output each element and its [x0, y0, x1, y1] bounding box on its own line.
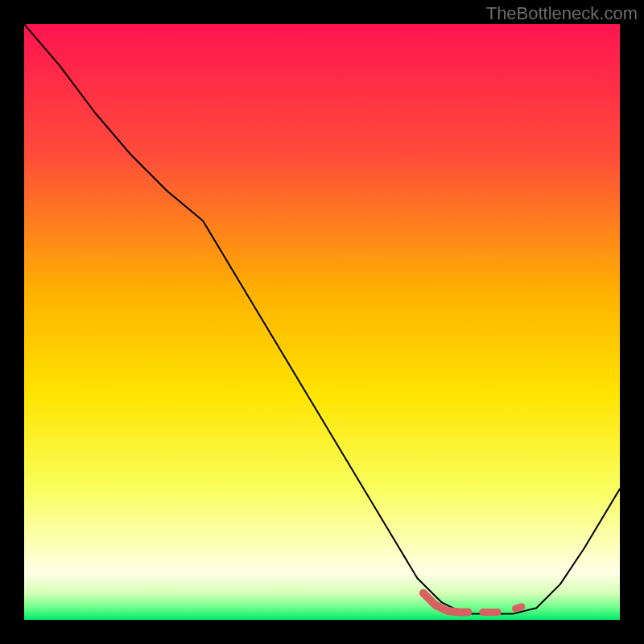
attribution-text: TheBottleneck.com [486, 3, 638, 24]
series-highlight-dot [516, 607, 522, 609]
chart-plot-area [24, 24, 620, 620]
chart-background [24, 24, 620, 620]
chart-svg [24, 24, 620, 620]
